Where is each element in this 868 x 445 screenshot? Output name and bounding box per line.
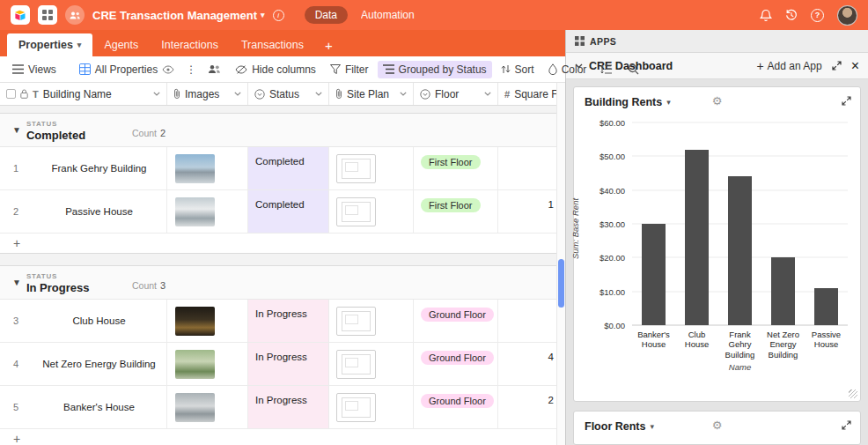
column-header-images[interactable]: Images — [167, 83, 248, 105]
add-table-button[interactable]: + — [315, 33, 342, 56]
building-name-cell[interactable]: 1 Frank Gehry Building — [0, 147, 167, 189]
settings-gear-icon[interactable]: ⚙ — [712, 94, 723, 108]
status-cell[interactable]: In Progress — [248, 386, 329, 428]
floor-cell[interactable]: First Floor — [414, 190, 498, 233]
select-all-checkbox[interactable] — [6, 89, 16, 99]
table-tabs-bar: Properties ▾ Agents Interactions Transac… — [0, 30, 565, 56]
status-cell[interactable]: In Progress — [248, 343, 329, 385]
chart-title-dropdown[interactable]: Building Rents — [585, 96, 662, 108]
view-options-kebab-icon[interactable]: ⋮ — [183, 63, 199, 76]
row-number: 1 — [0, 163, 32, 174]
square-footage-cell[interactable] — [498, 300, 565, 342]
collapse-group-icon[interactable]: ▼ — [0, 125, 26, 135]
images-cell[interactable] — [167, 300, 248, 342]
status-cell[interactable]: Completed — [248, 190, 329, 233]
automation-nav-button[interactable]: Automation — [361, 9, 415, 21]
site-plan-cell[interactable] — [329, 343, 414, 385]
table-row[interactable]: 5 Banker's House In Progress Ground Floo… — [0, 386, 565, 429]
building-name-cell[interactable]: 4 Net Zero Energy Building — [0, 343, 167, 385]
tab-agents[interactable]: Agents — [92, 33, 150, 56]
tab-interactions[interactable]: Interactions — [150, 33, 230, 56]
square-footage-cell[interactable]: 4 — [498, 343, 565, 385]
images-cell[interactable] — [167, 190, 248, 233]
expand-panel-icon[interactable] — [832, 61, 842, 70]
add-row-button[interactable]: + — [0, 234, 565, 253]
building-name-cell[interactable]: 2 Passive House — [0, 190, 167, 233]
images-cell[interactable] — [167, 147, 248, 189]
square-footage-cell[interactable]: 2 — [498, 386, 565, 428]
site-plan-cell[interactable] — [329, 190, 414, 233]
collaborators-button[interactable] — [202, 62, 226, 77]
square-footage-cell[interactable] — [498, 147, 565, 189]
color-button[interactable]: Color — [543, 61, 592, 78]
table-row[interactable]: 3 Club House In Progress Ground Floor — [0, 300, 565, 343]
site-plan-cell[interactable] — [329, 300, 414, 342]
close-panel-icon[interactable]: × — [851, 59, 859, 73]
filter-button[interactable]: Filter — [325, 61, 374, 78]
floor-cell[interactable]: Ground Floor — [414, 343, 498, 385]
expand-app-icon[interactable] — [842, 96, 851, 106]
site-plan-thumbnail[interactable] — [336, 154, 376, 183]
site-plan-thumbnail[interactable] — [336, 393, 376, 422]
site-plan-cell[interactable] — [329, 386, 414, 428]
search-button[interactable] — [621, 61, 646, 78]
settings-gear-icon[interactable]: ⚙ — [712, 419, 723, 432]
current-view-button[interactable]: All Properties — [74, 61, 180, 78]
row-height-button[interactable] — [595, 62, 617, 77]
chart-title-dropdown[interactable]: Floor Rents — [585, 420, 645, 433]
notifications-bell-icon[interactable] — [760, 9, 772, 22]
collapse-group-icon[interactable]: ▼ — [0, 278, 26, 287]
add-an-app-button[interactable]: + Add an App — [756, 60, 821, 72]
airtable-logo-icon[interactable] — [11, 5, 30, 25]
floor-cell[interactable]: Ground Floor — [414, 386, 498, 428]
user-avatar[interactable] — [837, 5, 857, 26]
building-name-cell[interactable]: 3 Club House — [0, 300, 167, 342]
building-photo-thumbnail[interactable] — [175, 307, 215, 336]
app-switcher-grid-icon[interactable] — [38, 5, 57, 25]
app-window: CRE Transaction Management ▾ i Data Auto… — [0, 0, 868, 445]
site-plan-cell[interactable] — [329, 147, 414, 189]
status-cell[interactable]: In Progress — [248, 300, 329, 342]
column-header-floor[interactable]: Floor — [414, 83, 498, 105]
floor-cell[interactable]: First Floor — [414, 147, 498, 189]
resize-handle[interactable] — [849, 389, 857, 398]
history-icon[interactable] — [785, 9, 798, 21]
workspace-collaborators-icon[interactable] — [65, 5, 85, 25]
site-plan-thumbnail[interactable] — [336, 307, 376, 336]
base-title[interactable]: CRE Transaction Management ▾ — [92, 9, 265, 22]
building-photo-thumbnail[interactable] — [175, 393, 215, 422]
tab-properties[interactable]: Properties ▾ — [7, 33, 92, 56]
building-photo-thumbnail[interactable] — [175, 350, 215, 379]
building-name-cell[interactable]: 5 Banker's House — [0, 386, 167, 428]
topbar-right-icons: ? — [760, 5, 857, 26]
sort-button[interactable]: Sort — [496, 61, 540, 78]
color-droplet-icon — [548, 63, 557, 75]
table-row[interactable]: 2 Passive House Completed First Floor 1 — [0, 190, 565, 234]
group-count: Count 3 — [132, 280, 166, 291]
building-photo-thumbnail[interactable] — [175, 154, 215, 183]
column-header-building-name[interactable]: T Building Name — [0, 83, 167, 105]
hide-columns-button[interactable]: Hide columns — [230, 61, 321, 78]
help-icon[interactable]: ? — [811, 9, 824, 22]
table-row[interactable]: 1 Frank Gehry Building Completed First F… — [0, 147, 565, 190]
table-row[interactable]: 4 Net Zero Energy Building In Progress G… — [0, 343, 565, 386]
group-button[interactable]: Grouped by Status — [378, 61, 492, 78]
images-cell[interactable] — [167, 386, 248, 428]
column-header-status[interactable]: Status — [248, 83, 329, 105]
column-header-square-footage[interactable]: # Square Footage — [498, 83, 565, 105]
column-header-site-plan[interactable]: Site Plan — [329, 83, 414, 105]
site-plan-thumbnail[interactable] — [336, 197, 376, 226]
square-footage-cell[interactable]: 1 — [498, 190, 565, 233]
expand-app-icon[interactable] — [842, 420, 851, 430]
tab-transactions[interactable]: Transactions — [230, 33, 315, 56]
scrollbar-thumb[interactable] — [558, 259, 564, 308]
site-plan-thumbnail[interactable] — [336, 350, 376, 379]
info-icon[interactable]: i — [273, 10, 284, 21]
views-menu-button[interactable]: Views — [7, 61, 62, 78]
status-cell[interactable]: Completed — [248, 147, 329, 189]
add-row-button[interactable]: + — [0, 429, 565, 445]
data-nav-button[interactable]: Data — [305, 6, 348, 24]
floor-cell[interactable]: Ground Floor — [414, 300, 498, 342]
building-photo-thumbnail[interactable] — [175, 197, 215, 226]
images-cell[interactable] — [167, 343, 248, 385]
